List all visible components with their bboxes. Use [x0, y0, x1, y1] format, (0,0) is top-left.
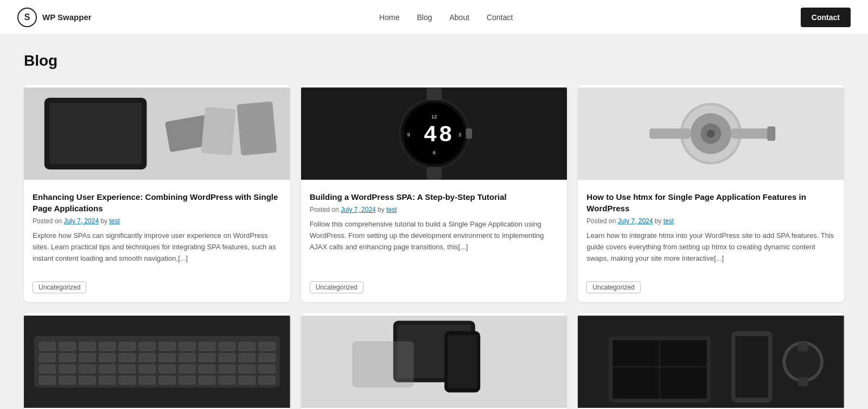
nav-contact[interactable]: Contact	[487, 13, 513, 22]
svg-rect-70	[119, 376, 136, 385]
svg-rect-30	[39, 343, 55, 351]
card-footer: Uncategorized	[301, 275, 567, 302]
main-nav: Home Blog About Contact	[379, 13, 513, 22]
card-excerpt: Follow this comprehensive tutorial to bu…	[310, 219, 559, 264]
card-date-link[interactable]: July 7, 2024	[341, 206, 376, 213]
logo-icon: S	[17, 8, 37, 27]
card-footer: Uncategorized	[578, 275, 844, 302]
svg-rect-68	[79, 376, 95, 385]
card-tag[interactable]: Uncategorized	[310, 281, 363, 293]
svg-rect-48	[159, 354, 175, 362]
svg-rect-71	[139, 376, 155, 385]
card-tag[interactable]: Uncategorized	[33, 281, 86, 293]
svg-rect-42	[39, 354, 55, 362]
svg-rect-75	[219, 376, 235, 385]
svg-rect-82	[448, 335, 477, 388]
contact-button[interactable]: Contact	[801, 8, 851, 27]
card-author-link[interactable]: test	[109, 217, 119, 225]
card-date-link[interactable]: July 7, 2024	[63, 217, 99, 225]
svg-rect-37	[179, 343, 195, 351]
svg-rect-2	[49, 103, 142, 164]
svg-rect-44	[79, 354, 95, 362]
card-image	[301, 313, 567, 409]
svg-rect-64	[239, 365, 255, 373]
card-tag[interactable]: Uncategorized	[586, 281, 640, 293]
svg-rect-27	[767, 127, 775, 141]
svg-rect-91	[798, 343, 808, 352]
card-body: Building a WordPress SPA: A Step-by-Step…	[301, 183, 567, 270]
card-excerpt: Learn how to integrate htmx into your Wo…	[586, 230, 835, 264]
card-title: How to Use htmx for Single Page Applicat…	[586, 191, 835, 214]
site-header: S WP Swapper Home Blog About Contact Con…	[0, 0, 868, 35]
card-meta: Posted on July 7, 2024 by test	[586, 217, 835, 225]
card-image	[578, 85, 844, 183]
card-title: Enhancing User Experience: Combining Wor…	[33, 191, 282, 214]
blog-card: Single Page Applications: The Future of …	[24, 313, 290, 409]
svg-rect-38	[199, 343, 215, 351]
card-title: Building a WordPress SPA: A Step-by-Step…	[310, 191, 559, 203]
card-date-link[interactable]: July 7, 2024	[618, 217, 653, 225]
card-image	[578, 313, 844, 409]
svg-rect-35	[139, 343, 155, 351]
svg-text:9: 9	[407, 131, 410, 137]
svg-rect-67	[59, 376, 75, 385]
card-footer: Uncategorized	[24, 275, 290, 302]
svg-rect-16	[426, 87, 442, 100]
svg-rect-17	[426, 167, 442, 180]
svg-rect-65	[259, 365, 275, 373]
svg-rect-76	[239, 376, 255, 385]
nav-home[interactable]: Home	[379, 13, 399, 22]
svg-rect-73	[179, 376, 195, 385]
svg-text:4: 4	[424, 121, 436, 146]
svg-rect-56	[79, 365, 95, 373]
card-meta: Posted on July 7, 2024 by test	[310, 206, 559, 213]
card-author-link[interactable]: test	[386, 206, 397, 213]
blog-card: Transforming Your WordPress Site into a …	[578, 313, 844, 409]
svg-text:8: 8	[439, 121, 451, 146]
card-author-link[interactable]: test	[663, 217, 674, 225]
card-image	[24, 313, 290, 409]
svg-rect-60	[159, 365, 175, 373]
nav-about[interactable]: About	[450, 13, 470, 22]
svg-rect-18	[465, 129, 471, 139]
logo-area: S WP Swapper	[17, 8, 92, 27]
svg-rect-55	[59, 365, 75, 373]
svg-rect-74	[199, 376, 215, 385]
svg-rect-39	[219, 343, 235, 351]
card-body: How to Use htmx for Single Page Applicat…	[578, 183, 844, 270]
page-title: Blog	[24, 52, 844, 70]
svg-text:12: 12	[431, 114, 437, 119]
svg-rect-63	[219, 365, 235, 373]
svg-text:3: 3	[458, 131, 461, 137]
svg-rect-26	[649, 129, 690, 139]
svg-rect-57	[99, 365, 116, 373]
svg-rect-4	[201, 107, 236, 156]
blog-grid: Enhancing User Experience: Combining Wor…	[24, 85, 844, 409]
svg-rect-72	[159, 376, 175, 385]
card-image	[24, 85, 290, 183]
svg-rect-88	[736, 336, 768, 398]
svg-rect-69	[99, 376, 116, 385]
svg-rect-31	[59, 343, 75, 351]
card-meta: Posted on July 7, 2024 by test	[33, 217, 282, 225]
svg-rect-41	[259, 343, 275, 351]
blog-card: Top Plugins for Building Single Page App…	[301, 313, 567, 409]
svg-rect-51	[219, 354, 235, 362]
svg-rect-40	[239, 343, 255, 351]
svg-rect-83	[352, 342, 413, 388]
svg-rect-58	[119, 365, 136, 373]
svg-rect-61	[179, 365, 195, 373]
svg-rect-92	[798, 377, 808, 387]
svg-rect-54	[39, 365, 55, 373]
nav-blog[interactable]: Blog	[417, 13, 432, 22]
svg-rect-53	[259, 354, 275, 362]
svg-rect-34	[119, 343, 136, 351]
svg-text:6: 6	[432, 149, 435, 155]
svg-point-24	[707, 129, 715, 137]
svg-rect-49	[179, 354, 195, 362]
blog-card: Enhancing User Experience: Combining Wor…	[24, 85, 290, 302]
svg-rect-47	[139, 354, 155, 362]
svg-rect-77	[259, 376, 275, 385]
svg-rect-43	[59, 354, 75, 362]
svg-rect-32	[79, 343, 95, 351]
